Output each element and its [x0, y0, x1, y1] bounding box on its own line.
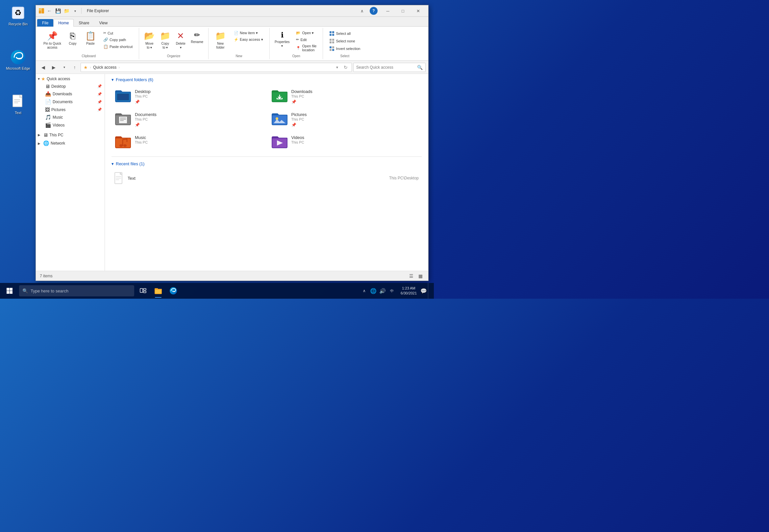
network-tray-icon[interactable]: 🌐: [369, 283, 378, 299]
copy-to-button[interactable]: 📁 Copyto ▾: [157, 29, 173, 51]
address-bar[interactable]: ★ › Quick access › ▾ ↻: [81, 63, 352, 72]
svg-text:♻: ♻: [14, 8, 22, 17]
sidebar-item-downloads[interactable]: 📥 Downloads 📌: [42, 90, 105, 98]
large-icons-view-button[interactable]: ▦: [416, 273, 424, 279]
search-bar[interactable]: 🔍: [353, 63, 426, 72]
show-desktop-button[interactable]: [428, 283, 432, 299]
help-button[interactable]: ?: [370, 7, 378, 15]
sidebar-item-music[interactable]: 🎵 Music: [42, 113, 105, 121]
ribbon-collapse-button[interactable]: ∧: [355, 6, 370, 16]
recent-files-header[interactable]: ▾ Recent files (1): [111, 161, 422, 166]
address-dropdown-button[interactable]: ▾: [334, 64, 340, 71]
volume-tray-icon[interactable]: 🔊: [378, 283, 387, 299]
downloads-folder-icon: 📥: [45, 91, 51, 97]
ribbon-tab-view[interactable]: View: [94, 19, 112, 27]
details-view-button[interactable]: ☰: [407, 273, 415, 279]
network-label: Network: [51, 141, 65, 146]
taskbar-search[interactable]: 🔍 Type here to search: [19, 285, 134, 296]
ribbon-tab-file[interactable]: File: [37, 19, 53, 27]
sidebar-item-network[interactable]: ▶ 🌐 Network: [36, 139, 105, 147]
paste-shortcut-button[interactable]: 📋 Paste shortcut: [101, 43, 135, 50]
properties-button[interactable]: ℹ Properties▾: [272, 29, 292, 50]
recent-files-list: Text This PC\Desktop: [111, 170, 422, 186]
cut-button[interactable]: ✂ Cut: [101, 30, 135, 36]
folder-item-desktop[interactable]: Desktop This PC 📌: [111, 86, 266, 106]
folder-item-downloads[interactable]: Downloads This PC 📌: [268, 86, 422, 106]
easy-access-icon: ⚡: [234, 37, 239, 42]
taskbar-edge[interactable]: [166, 283, 181, 299]
sidebar-item-pictures[interactable]: 🖼 Pictures 📌: [42, 106, 105, 113]
rename-button[interactable]: ✏ Rename: [188, 29, 206, 46]
search-input[interactable]: [356, 65, 416, 70]
up-button[interactable]: ↑: [70, 63, 79, 72]
forward-button[interactable]: ▶: [49, 63, 58, 72]
edit-button[interactable]: ✏ Edit: [294, 36, 319, 43]
sidebar-item-desktop[interactable]: 🖥 Desktop 📌: [42, 82, 105, 90]
navigation-bar: ◀ ▶ ▾ ↑ ★ › Quick access › ▾ ↻ 🔍: [36, 61, 428, 74]
edge-desktop-icon[interactable]: Microsoft Edge: [5, 49, 31, 70]
maximize-button[interactable]: □: [395, 6, 410, 16]
svg-rect-22: [332, 49, 334, 51]
ime-tray-icon[interactable]: 中: [387, 283, 396, 299]
frequent-folders-header[interactable]: ▾ Frequent folders (6): [111, 77, 422, 82]
recent-locations-button[interactable]: ▾: [59, 63, 69, 72]
videos-folder-path: This PC: [291, 140, 419, 144]
refresh-button[interactable]: ↻: [342, 64, 349, 71]
svg-rect-18: [332, 41, 334, 43]
open-group-label: Open: [292, 54, 300, 58]
folder-item-videos[interactable]: Videos This PC: [268, 132, 422, 151]
ribbon-group-select: Select all Select none: [323, 28, 366, 59]
qat-new-folder-button[interactable]: 📁: [63, 7, 70, 14]
pin-quick-access-button[interactable]: 📌 Pin to Quickaccess: [41, 29, 63, 51]
desktop-folder-svg: [114, 88, 131, 103]
recycle-bin-icon[interactable]: ♻ Recycle Bin: [5, 5, 31, 26]
recent-file-name: Text: [128, 176, 386, 181]
sidebar-item-videos[interactable]: 🎬 Videos: [42, 121, 105, 129]
qat-save-button[interactable]: 💾: [54, 7, 61, 14]
open-button[interactable]: 📂 Open ▾: [294, 30, 319, 36]
start-button[interactable]: [1, 283, 18, 299]
move-to-button[interactable]: 📂 Moveto ▾: [142, 29, 157, 51]
task-view-button[interactable]: [135, 283, 151, 299]
notification-center-button[interactable]: 💬: [419, 283, 428, 299]
copy-button[interactable]: ⎘ Copy: [64, 29, 81, 47]
back-button[interactable]: ◀: [38, 63, 48, 72]
svg-rect-28: [119, 117, 127, 123]
clock-area[interactable]: 1:23 AM 6/30/2021: [398, 285, 419, 297]
text-file-icon[interactable]: Text: [5, 94, 31, 115]
rename-icon: ✏: [194, 31, 200, 39]
taskbar-file-explorer[interactable]: [151, 283, 166, 299]
select-none-button[interactable]: Select none: [327, 37, 362, 45]
new-item-button[interactable]: 📄 New item ▾: [232, 30, 266, 36]
close-button[interactable]: ✕: [410, 6, 426, 16]
svg-rect-17: [330, 41, 332, 43]
minimize-button[interactable]: ─: [380, 6, 395, 16]
qat-dropdown-button[interactable]: ▾: [71, 7, 79, 14]
invert-selection-button[interactable]: Invert selection: [327, 45, 362, 52]
tray-chevron-button[interactable]: ∧: [360, 283, 368, 299]
sidebar-item-this-pc[interactable]: ▶ 🖥 This PC: [36, 131, 105, 139]
qat-back-button[interactable]: ←: [46, 7, 53, 14]
quick-access-header[interactable]: ▾ ★ Quick access: [36, 75, 105, 82]
select-all-button[interactable]: Select all: [327, 30, 362, 37]
folder-item-pictures[interactable]: Pictures This PC 📌: [268, 109, 422, 129]
ribbon-group-open: ℹ Properties▾ 📂 Open ▾ ✏ Edit: [270, 28, 323, 59]
new-folder-button[interactable]: 📁 Newfolder: [211, 29, 230, 51]
sidebar-item-documents[interactable]: 📄 Documents 📌: [42, 98, 105, 106]
view-buttons: ☰ ▦: [407, 273, 424, 279]
task-view-icon: [140, 288, 146, 293]
easy-access-button[interactable]: ⚡ Easy access ▾: [232, 36, 266, 43]
ribbon-tab-share[interactable]: Share: [74, 19, 94, 27]
copy-path-button[interactable]: 🔗 Copy path: [101, 36, 135, 43]
delete-button[interactable]: ✕ Delete▾: [173, 29, 188, 51]
new-group-label: New: [236, 54, 242, 58]
paste-button[interactable]: 📋 Paste: [82, 29, 99, 47]
downloads-folder-path: This PC: [291, 94, 419, 98]
folder-item-music[interactable]: Music This PC: [111, 132, 266, 151]
open-history-button[interactable]: 📍 Open filelocation: [294, 43, 319, 53]
select-group-label: Select: [340, 54, 350, 58]
folder-item-documents[interactable]: Documents This PC 📌: [111, 109, 266, 129]
recent-file-text[interactable]: Text This PC\Desktop: [111, 170, 422, 186]
invert-selection-icon: [329, 46, 335, 51]
ribbon-tab-home[interactable]: Home: [53, 19, 74, 27]
